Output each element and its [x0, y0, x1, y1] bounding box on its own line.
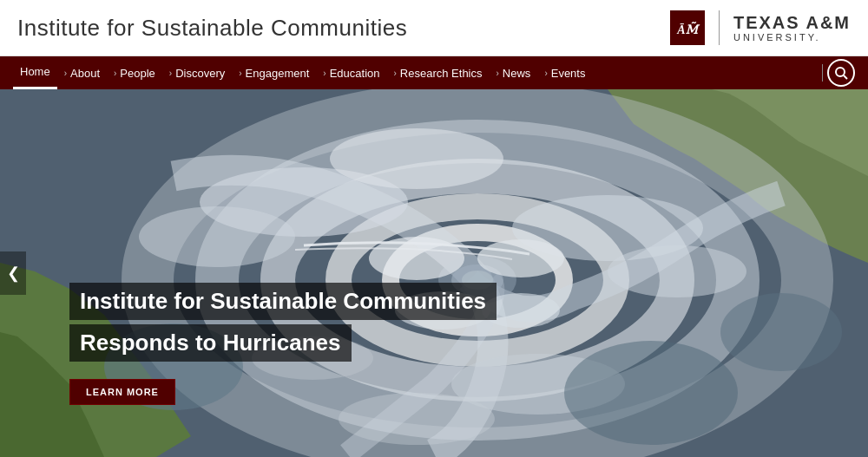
nav-item-news[interactable]: ›News	[490, 56, 538, 89]
arrow-icon: ›	[239, 69, 241, 78]
svg-line-3	[844, 75, 847, 79]
hero-title-line1: Institute for Sustainable Communities	[69, 283, 496, 320]
svg-point-2	[836, 68, 845, 76]
arrow-icon: ›	[323, 69, 326, 78]
arrow-icon: ›	[64, 69, 67, 78]
svg-point-26	[564, 341, 738, 445]
nav-item-home[interactable]: Home	[13, 56, 57, 89]
svg-point-12	[330, 128, 503, 189]
carousel-prev-button[interactable]: ❮	[0, 251, 26, 295]
nav-item-research-ethics[interactable]: ›Research Ethics	[387, 56, 490, 89]
tamu-logo: ĀM̃ TEXAS A&M UNIVERSITY.	[670, 10, 851, 45]
tamu-name-line1: TEXAS A&M	[733, 13, 851, 32]
arrow-icon: ›	[544, 69, 547, 78]
svg-point-21	[369, 237, 464, 280]
tamu-emblem-icon: ĀM̃	[670, 10, 705, 45]
arrow-icon: ›	[114, 69, 116, 78]
svg-point-22	[477, 239, 564, 277]
logo-divider	[719, 10, 720, 45]
hero-title-line2: Responds to Hurricanes	[69, 324, 352, 362]
nav-search-divider	[822, 64, 823, 82]
learn-more-button[interactable]: LEARN MORE	[69, 379, 175, 405]
tamu-name-line2: UNIVERSITY.	[733, 32, 851, 42]
arrow-icon: ›	[394, 69, 397, 78]
nav-item-people[interactable]: ›People	[107, 56, 162, 89]
nav-item-about[interactable]: ›About	[57, 56, 107, 89]
search-button[interactable]	[827, 59, 855, 87]
tamu-name-text: TEXAS A&M UNIVERSITY.	[733, 13, 851, 42]
nav-menu: Home ›About ›People ›Discovery ›Engageme…	[13, 56, 818, 89]
nav-item-events[interactable]: ›Events	[537, 56, 592, 89]
svg-point-11	[139, 206, 295, 267]
site-header: Institute for Sustainable Communities ĀM…	[0, 0, 868, 56]
nav-item-discovery[interactable]: ›Discovery	[162, 56, 232, 89]
nav-item-education[interactable]: ›Education	[316, 56, 386, 89]
svg-point-27	[720, 293, 842, 371]
nav-item-engagement[interactable]: ›Engagement	[232, 56, 316, 89]
arrow-icon: ›	[496, 69, 499, 78]
hero-section: ❮ Institute for Sustainable Communities …	[0, 89, 868, 457]
search-icon	[834, 66, 848, 80]
svg-text:ĀM̃: ĀM̃	[676, 22, 700, 36]
main-navbar: Home ›About ›People ›Discovery ›Engageme…	[0, 56, 868, 89]
hero-text-overlay: Institute for Sustainable Communities Re…	[69, 283, 496, 405]
site-title: Institute for Sustainable Communities	[17, 15, 407, 42]
arrow-icon: ›	[169, 69, 172, 78]
svg-point-14	[608, 245, 746, 297]
